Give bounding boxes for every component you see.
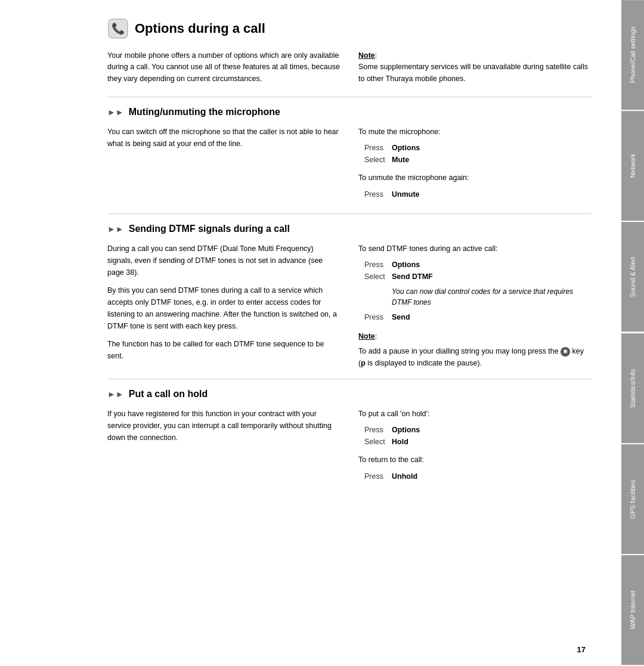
note-label-intro: Note [358, 51, 375, 60]
divider-1 [107, 97, 592, 97]
press-label-send: Press [364, 311, 389, 323]
section-heading-hold: ►► Put a call on hold [107, 389, 592, 399]
return-call-intro-text: To return to the call: [358, 454, 592, 466]
dtmf-two-col: During a call you can send DTMF (Dual To… [107, 243, 592, 370]
unmute-press-row: Press Unmute [364, 188, 592, 200]
hold-select-row: Select Hold [364, 436, 592, 448]
unhold-press-row: Press Unhold [364, 470, 592, 482]
dtmf-send-press-row: Press Send [364, 311, 592, 323]
dtmf-select-row: Select Send DTMF [364, 271, 592, 283]
intro-right-text: Note: Some supplementary services will b… [358, 50, 592, 85]
press-label-unhold: Press [364, 470, 389, 482]
note-label-dtmf: Note [358, 332, 375, 340]
sidebar-tab-gps-facilities[interactable]: GPS facilities [621, 444, 644, 554]
hold-two-col: If you have registered for this function… [107, 408, 592, 486]
sidebar-tab-statistics-info[interactable]: Statistics/Info [621, 333, 644, 443]
options-value-dtmf: Options [392, 259, 420, 271]
star-key-icon: ✱ [561, 347, 570, 357]
hold-intro-text: To put a call 'on hold': [358, 408, 592, 420]
section-heading-dtmf: ►► Sending DTMF signals during a call [107, 224, 592, 234]
divider-3 [107, 379, 592, 379]
select-label-hold: Select [364, 436, 389, 448]
dtmf-commands: Press Options Select Send DTMF [364, 259, 592, 283]
mute-value: Mute [392, 154, 409, 166]
section-hold: ►► Put a call on hold If you have regist… [107, 389, 592, 486]
arrow-icon-hold: ►► [107, 389, 124, 399]
intro-left-text: Your mobile phone offers a number of opt… [107, 50, 340, 85]
muting-two-col: You can switch off the microphone so tha… [107, 126, 592, 204]
page-title-section: 📞 Options during a call [107, 18, 592, 39]
svg-text:📞: 📞 [112, 22, 125, 35]
options-value-mute: Options [392, 142, 420, 154]
dtmf-send-commands: Press Send [364, 311, 592, 323]
hold-right: To put a call 'on hold': Press Options S… [358, 408, 592, 486]
send-dtmf-value: Send DTMF [392, 271, 433, 283]
divider-2 [107, 213, 592, 214]
press-label-dtmf: Press [364, 259, 389, 271]
unmute-intro-text: To unmute the microphone again: [358, 172, 592, 184]
hold-value: Hold [392, 436, 408, 448]
page-title: Options during a call [135, 21, 265, 36]
dtmf-note-text: To add a pause in your dialling string y… [358, 345, 592, 369]
phone-options-icon: 📞 [107, 18, 129, 39]
arrow-icon-dtmf: ►► [107, 224, 124, 234]
intro-section: Your mobile phone offers a number of opt… [107, 50, 592, 85]
press-label-mute: Press [364, 142, 389, 154]
page-number: 17 [577, 645, 586, 654]
section-dtmf: ►► Sending DTMF signals during a call Du… [107, 224, 592, 370]
hold-left: If you have registered for this function… [107, 408, 340, 486]
send-value: Send [392, 311, 410, 323]
mute-select-row: Select Mute [364, 154, 592, 166]
unmute-commands: Press Unmute [364, 188, 592, 200]
unhold-value: Unhold [392, 470, 417, 482]
unhold-commands: Press Unhold [364, 470, 592, 482]
sidebar-tab-network[interactable]: Network [621, 111, 644, 221]
select-label-dtmf: Select [364, 271, 389, 283]
dtmf-press-row: Press Options [364, 259, 592, 271]
dtmf-italic-note: You can now dial control codes for a ser… [392, 286, 592, 308]
dtmf-note-block: Note: To add a pause in your dialling st… [358, 330, 592, 369]
unmute-value: Unmute [392, 188, 420, 200]
pause-p: p [361, 359, 366, 367]
mute-intro-text: To mute the microphone: [358, 126, 592, 138]
muting-left: You can switch off the microphone so tha… [107, 126, 340, 204]
dtmf-left: During a call you can send DTMF (Dual To… [107, 243, 340, 370]
mute-press-row: Press Options [364, 142, 592, 154]
mute-commands: Press Options Select Mute [364, 142, 592, 166]
hold-press-row: Press Options [364, 424, 592, 436]
select-label-mute: Select [364, 154, 389, 166]
section-muting: ►► Muting/unmuting the microphone You ca… [107, 107, 592, 204]
options-value-hold: Options [392, 424, 420, 436]
muting-right: To mute the microphone: Press Options Se… [358, 126, 592, 204]
press-label-hold: Press [364, 424, 389, 436]
sidebar-tab-phone-call-settings[interactable]: Phone/Call settings [621, 0, 644, 110]
section-heading-muting: ►► Muting/unmuting the microphone [107, 107, 592, 117]
sidebar-tab-wap-internet[interactable]: WAP Internet [621, 555, 644, 665]
sidebar: Phone/Call settings Network Sound & Aler… [621, 0, 644, 666]
dtmf-right: To send DTMF tones during an active call… [358, 243, 592, 370]
hold-commands: Press Options Select Hold [364, 424, 592, 448]
arrow-icon-muting: ►► [107, 107, 124, 117]
dtmf-intro-text: To send DTMF tones during an active call… [358, 243, 592, 255]
press-label-unmute: Press [364, 188, 389, 200]
sidebar-tab-sound-alert[interactable]: Sound & Alert [621, 222, 644, 332]
main-content: 📞 Options during a call Your mobile phon… [0, 0, 621, 666]
